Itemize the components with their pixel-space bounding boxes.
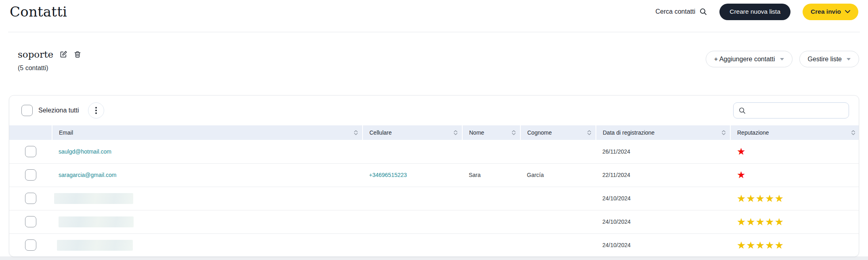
column-header-cellulare[interactable]: Cellulare [363,125,462,140]
search-contacts-label: Cerca contatti [656,8,696,15]
edit-list-button[interactable] [59,50,67,58]
table-row: 24/10/2024★★★★★ [9,210,859,233]
registration-date-cell: 24/10/2024 [596,233,730,257]
phone-link[interactable]: +34696515223 [369,172,407,178]
search-contacts-link[interactable]: Cerca contatti [656,8,708,16]
redacted-email [57,240,133,251]
topbar-actions: Cerca contatti Creare nuova lista Crea i… [656,4,858,20]
reputation-stars: ★★★★★ [737,216,784,227]
reputation-stars: ★ [737,146,746,157]
kebab-menu-icon [95,107,97,114]
row-checkbox[interactable] [25,146,36,157]
table-row: 24/10/2024★★★★★ [9,233,859,257]
table-row: 24/10/2024★★★★★ [9,187,859,210]
column-header-label: Email [59,129,73,136]
trash-icon [73,50,82,58]
contacts-table: EmailCellulareNomeCognomeData di registr… [9,125,859,257]
table-row: saulgd@hotmail.com26/11/2024★ [9,140,859,163]
last-name-cell [520,233,596,257]
column-header-label: Data di registrazione [603,129,654,136]
edit-icon [59,50,67,58]
column-header-cognome[interactable]: Cognome [520,125,596,140]
row-checkbox[interactable] [25,216,36,227]
column-header-label: Reputazione [737,129,769,136]
last-name-cell [520,140,596,163]
first-name-cell [462,210,520,233]
column-header-label: Cellulare [369,129,392,136]
column-header-checkbox [9,125,52,140]
select-all-checkbox[interactable] [21,105,33,116]
row-checkbox[interactable] [25,193,36,204]
search-icon [699,8,707,16]
list-header: soporte (5 contatti) + Aggiungere contat… [18,49,859,72]
column-header-label: Nome [469,129,484,136]
sort-icon[interactable] [453,130,458,135]
table-header-row: EmailCellulareNomeCognomeData di registr… [9,125,859,140]
last-name-cell [520,187,596,210]
topbar: Contatti Cerca contatti Creare nuova lis… [10,0,858,23]
reputation-stars: ★ [737,169,746,180]
registration-date-cell: 26/11/2024 [596,140,730,163]
manage-lists-button[interactable]: Gestire liste [799,51,859,67]
list-contact-count: (5 contatti) [18,64,82,72]
row-checkbox[interactable] [25,239,36,251]
column-header-nome[interactable]: Nome [462,125,520,140]
sort-icon[interactable] [587,130,591,135]
select-all-label: Seleziona tutti [38,107,79,114]
create-send-label: Crea invio [811,8,841,15]
page-title: Contatti [10,4,67,20]
first-name-cell: Sara [462,163,520,187]
table-toolbar: Seleziona tutti [9,96,859,125]
list-actions: + Aggiungere contatti Gestire liste [706,51,859,67]
registration-date-cell: 22/11/2024 [596,163,730,187]
reputation-stars: ★★★★★ [737,239,784,251]
column-header-data-di-registrazione[interactable]: Data di registrazione [596,125,730,140]
redacted-email [54,193,133,204]
add-contacts-button[interactable]: + Aggiungere contatti [706,51,793,67]
list-info: soporte (5 contatti) [18,49,82,72]
table-row: saragarcia@gmail.com+34696515223SaraGarc… [9,163,859,187]
sort-icon[interactable] [721,130,726,135]
chevron-down-icon [845,10,850,13]
caret-down-icon [780,58,784,60]
sort-icon[interactable] [512,130,516,135]
column-header-reputazione[interactable]: Reputazione [730,125,859,140]
table-search-box[interactable] [733,102,849,119]
table-search-input[interactable] [750,107,844,114]
first-name-cell [462,140,520,163]
delete-list-button[interactable] [73,50,82,58]
registration-date-cell: 24/10/2024 [596,210,730,233]
contacts-table-card: Seleziona tutti EmailCellulareNomeCognom… [9,95,859,257]
bulk-actions-menu-button[interactable] [88,102,104,119]
first-name-cell [462,187,520,210]
email-link[interactable]: saulgd@hotmail.com [59,148,111,155]
page-bottom-background [0,256,868,260]
add-contacts-label: + Aggiungere contatti [714,56,775,63]
last-name-cell [520,210,596,233]
row-checkbox[interactable] [25,169,36,181]
first-name-cell [462,233,520,257]
manage-lists-label: Gestire liste [808,56,842,63]
create-send-button[interactable]: Crea invio [803,4,858,20]
list-name: soporte [18,49,53,60]
email-link[interactable]: saragarcia@gmail.com [59,172,116,178]
search-icon [738,107,746,114]
create-new-list-button[interactable]: Creare nuova lista [719,4,790,20]
caret-down-icon [847,58,851,60]
redacted-email [59,216,134,227]
last-name-cell: García [520,163,596,187]
header-divider [8,32,860,32]
column-header-label: Cognome [527,129,552,136]
sort-icon[interactable] [354,130,358,135]
reputation-stars: ★★★★★ [737,193,784,204]
sort-icon[interactable] [851,130,855,135]
column-header-email[interactable]: Email [52,125,363,140]
registration-date-cell: 24/10/2024 [596,187,730,210]
